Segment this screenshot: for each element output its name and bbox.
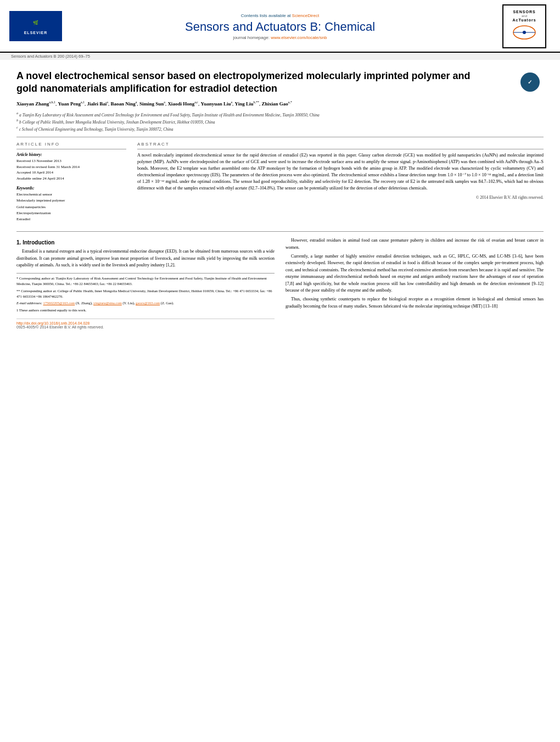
email-zhang[interactable]: 175602205@163.com	[43, 301, 75, 305]
sciencedirect-link: Contents lists available at ScienceDirec…	[60, 13, 500, 18]
article-info-bar: Sensors and Actuators B 200 (2014) 69–75	[0, 53, 560, 60]
sensors-logo-act-text: AcTuators	[508, 18, 541, 23]
author-7: Yuanyuan Liu	[200, 101, 231, 107]
copyright: © 2014 Elsevier B.V. All rights reserved…	[137, 195, 544, 200]
article-info-column: ARTICLE INFO Article history: Received 1…	[16, 142, 126, 227]
article-title: A novel electrochemical sensor based on …	[16, 70, 489, 96]
footnote-4: 1 These authors contributed equally to t…	[16, 308, 275, 313]
abstract-divider	[137, 149, 544, 149]
abstract-text: A novel molecularly imprinted electroche…	[137, 152, 544, 192]
author-8: Ying Liu	[235, 101, 254, 107]
keywords-section: Keywords: Electrochemical sensor Molecul…	[16, 186, 126, 222]
doi-link[interactable]: http://dx.doi.org/10.1016/j.snb.2014.04.…	[16, 321, 89, 325]
volume-info: Sensors and Actuators B 200 (2014) 69–75	[11, 54, 90, 59]
authors-text: Xiaoyan Zhanga,b,1, Yuan Penga,1, Jialei…	[16, 101, 292, 107]
elsevier-logo-box: 🌿 ELSEVIER	[9, 11, 62, 41]
svg-text:ELSEVIER: ELSEVIER	[24, 31, 48, 35]
sensors-logo-graphic	[508, 24, 541, 41]
crossmark-icon: ✓	[520, 72, 540, 92]
author-2: Yuan Peng	[58, 101, 80, 107]
article-history: Article history: Received 13 November 20…	[16, 152, 126, 181]
journal-header: 🌿 ELSEVIER Contents lists available at S…	[0, 0, 560, 53]
affiliation-a: a a Tianjin Key Laboratory of Risk Asses…	[16, 111, 544, 118]
svg-text:🌿: 🌿	[33, 20, 39, 25]
footnote-1: * Corresponding author at: Tianjin Key L…	[16, 276, 275, 287]
bottom-bar: http://dx.doi.org/10.1016/j.snb.2014.04.…	[16, 319, 275, 329]
intro-paragraph-3: Currently, a large number of highly sens…	[285, 253, 544, 294]
article-info-title: ARTICLE INFO	[16, 142, 126, 147]
keywords-title: Keywords:	[16, 186, 126, 191]
author-5: Siming Sun	[139, 101, 164, 107]
sensors-logo-top-text: SENSORS	[508, 10, 541, 14]
footnotes: * Corresponding author at: Tianjin Key L…	[16, 273, 275, 313]
author-6: Xiaodi Hong	[167, 101, 194, 107]
author-4: Baoan Ning	[110, 101, 135, 107]
elsevier-logo: 🌿 ELSEVIER	[11, 11, 60, 42]
issn-text: 0925-4005/© 2014 Elsevier B.V. All right…	[16, 325, 104, 329]
abstract-title: ABSTRACT	[137, 142, 544, 147]
divider-2	[16, 231, 544, 232]
author-3: Jialei Bai	[87, 101, 107, 107]
body-text-col2: However, estradiol residues in animal fo…	[285, 237, 544, 310]
affiliation-b: b b College of Public Health, Inner Mong…	[16, 118, 544, 125]
authors-section: Xiaoyan Zhanga,b,1, Yuan Penga,1, Jialei…	[16, 100, 544, 108]
divider-1	[16, 137, 544, 137]
affiliations: a a Tianjin Key Laboratory of Risk Asses…	[16, 111, 544, 132]
svg-point-6	[523, 31, 526, 34]
journal-homepage-link[interactable]: www.elsevier.com/locate/snb	[271, 35, 327, 40]
journal-center-info: Contents lists available at ScienceDirec…	[60, 13, 500, 40]
author-9: Zhixian Gao	[262, 101, 288, 107]
email-gao[interactable]: gaozx@163.com	[136, 301, 160, 305]
body-col-right: However, estradiol residues in animal fo…	[285, 237, 544, 329]
history-accepted: Accepted 10 April 2014	[16, 170, 126, 176]
email-liu[interactable]: yingruru@sina.com	[93, 301, 122, 305]
intro-paragraph-1: Estradiol is a natural estrogen and is a…	[16, 248, 275, 269]
journal-title: Sensors and Actuators B: Chemical	[60, 20, 500, 34]
keyword-4: Electropolymerization	[16, 210, 126, 216]
article-content: A novel electrochemical sensor based on …	[0, 60, 560, 334]
keyword-5: Estradiol	[16, 216, 126, 222]
sensors-actuators-logo: SENSORS and AcTuators	[500, 4, 549, 48]
body-text-col1: Estradiol is a natural estrogen and is a…	[16, 248, 275, 269]
crossmark-logo: ✓	[516, 70, 544, 92]
abstract-column: ABSTRACT A novel molecularly imprinted e…	[137, 142, 544, 227]
article-title-section: A novel electrochemical sensor based on …	[16, 70, 544, 96]
history-available: Available online 24 April 2014	[16, 176, 126, 182]
sensors-logo-and-text: and	[508, 14, 541, 18]
keyword-2: Molecularly imprinted polymer	[16, 198, 126, 204]
keyword-1: Electrochemical sensor	[16, 192, 126, 198]
footnote-2: ** Corresponding author at: College of P…	[16, 288, 275, 299]
body-col-left: 1. Introduction Estradiol is a natural e…	[16, 237, 275, 329]
info-divider	[16, 149, 126, 149]
history-received: Received 13 November 2013	[16, 158, 126, 164]
keyword-3: Gold nanoparticles	[16, 204, 126, 210]
author-1: Xiaoyan Zhang	[16, 101, 49, 107]
section1-title: 1. Introduction	[16, 239, 275, 246]
affiliation-c: c c School of Chemical Engineering and T…	[16, 125, 544, 132]
article-info-abstract: ARTICLE INFO Article history: Received 1…	[16, 142, 544, 227]
page: 🌿 ELSEVIER Contents lists available at S…	[0, 0, 560, 742]
intro-paragraph-4: Thus, choosing synthetic counterparts to…	[285, 296, 544, 310]
intro-paragraph-2: However, estradiol residues in animal fo…	[285, 237, 544, 251]
journal-homepage: journal homepage: www.elsevier.com/locat…	[60, 35, 500, 40]
history-revised: Received in revised form 31 March 2014	[16, 164, 126, 170]
sensors-logo-image: SENSORS and AcTuators	[502, 4, 546, 48]
history-title: Article history:	[16, 152, 126, 157]
body-content: 1. Introduction Estradiol is a natural e…	[16, 237, 544, 329]
footnote-3: E-mail addresses: 175602205@163.com (X. …	[16, 300, 275, 306]
sciencedirect-anchor[interactable]: ScienceDirect	[292, 13, 319, 18]
